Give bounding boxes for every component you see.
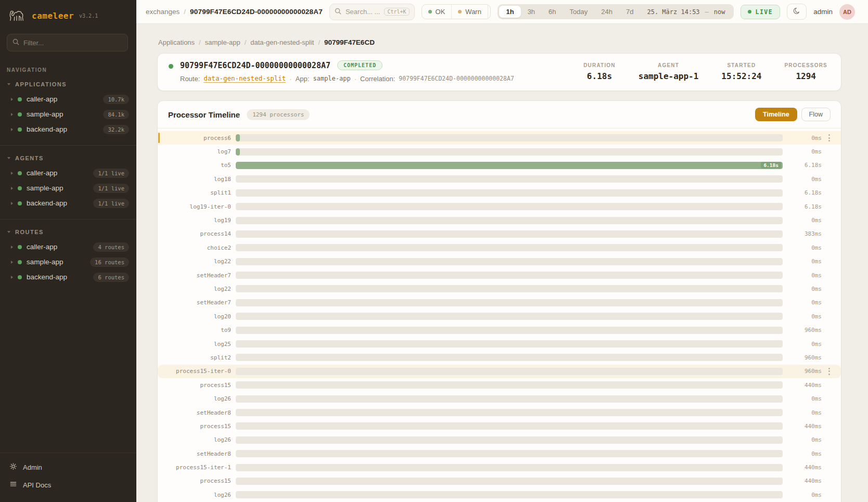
status-filter-ok[interactable]: OK <box>422 5 452 19</box>
timeline-row-to5[interactable]: to56.18s6.18s <box>158 159 841 172</box>
duration-track <box>236 258 783 265</box>
section-header-routes[interactable]: ROUTES <box>0 225 136 239</box>
breadcrumb-link-applications[interactable]: Applications <box>158 38 195 46</box>
section-header-applications[interactable]: APPLICATIONS <box>0 77 136 92</box>
sidebar-item-caller-app[interactable]: caller-app10.7k <box>0 92 136 107</box>
range-button-3h[interactable]: 3h <box>521 6 542 18</box>
timeline-view-button[interactable]: Timeline <box>755 108 797 121</box>
status-filter-error[interactable]: Error <box>488 5 491 19</box>
timeline-row-log19-iter-0[interactable]: log19-iter-06.18s <box>158 200 841 213</box>
range-button-6h[interactable]: 6h <box>542 6 563 18</box>
logo[interactable]: cameleer v3.2.1 <box>0 0 136 29</box>
global-search[interactable]: Search... ... Ctrl+K <box>329 4 415 20</box>
status-filter-label: OK <box>436 8 445 16</box>
timeline-card: Processor Timeline 1294 processors Timel… <box>157 100 841 502</box>
app-value: sample-app <box>313 75 350 82</box>
processor-count-badge: 1294 processors <box>247 109 310 120</box>
sidebar-item-sample-app[interactable]: sample-app1/1 live <box>0 181 136 196</box>
moon-icon <box>793 7 801 17</box>
processor-name: to5 <box>158 162 236 169</box>
range-button-7d[interactable]: 7d <box>619 6 640 18</box>
timeline-row-process14[interactable]: process14383ms <box>158 227 841 241</box>
filter-input[interactable] <box>23 39 122 47</box>
sidebar-item-backend-app[interactable]: backend-app6 routes <box>0 269 136 285</box>
breadcrumb-separator: / <box>318 38 320 46</box>
row-menu-button[interactable] <box>822 368 836 375</box>
timeline-row-to9[interactable]: to9960ms <box>158 323 841 337</box>
duration-track <box>236 327 783 334</box>
sidebar-item-api-docs[interactable]: API Docs <box>0 476 136 494</box>
live-badge[interactable]: LIVE <box>741 5 781 19</box>
timeline-row-log19[interactable]: log190ms <box>158 213 841 227</box>
health-dot-icon <box>18 171 22 175</box>
timeline-row-setHeader8[interactable]: setHeader80ms <box>158 406 841 419</box>
range-button-24h[interactable]: 24h <box>594 6 619 18</box>
processor-name: log18 <box>158 176 236 183</box>
duration-track <box>236 395 783 403</box>
status-filter-warn[interactable]: Warn <box>451 5 488 19</box>
breadcrumb-link-data-gen-nested-split[interactable]: data-gen-nested-split <box>250 38 314 46</box>
flow-view-button[interactable]: Flow <box>801 108 831 121</box>
timeline-row-log7[interactable]: log70ms <box>158 145 841 158</box>
breadcrumb-exchanges[interactable]: exchanges <box>146 8 180 16</box>
status-filter-label: Warn <box>465 8 481 16</box>
duration-track <box>236 230 783 238</box>
row-duration: 0ms <box>789 244 822 251</box>
timeline-row-choice2[interactable]: choice20ms <box>158 241 841 254</box>
breadcrumb-link-sample-app[interactable]: sample-app <box>205 38 240 46</box>
timeline-row-log20[interactable]: log200ms <box>158 310 841 323</box>
timeline-row-setHeader7[interactable]: setHeader70ms <box>158 296 841 310</box>
timeline-row-setHeader7[interactable]: setHeader70ms <box>158 268 841 282</box>
theme-toggle-button[interactable] <box>787 4 807 20</box>
app-version: v3.2.1 <box>79 13 98 19</box>
sidebar-item-backend-app[interactable]: backend-app32.2k <box>0 122 136 137</box>
avatar[interactable]: AD <box>839 4 855 20</box>
duration-track <box>236 203 783 210</box>
timeline-row-log25[interactable]: log250ms <box>158 337 841 351</box>
timeline-row-log26[interactable]: log260ms <box>158 488 841 501</box>
stat-value: 15:52:24 <box>721 71 761 81</box>
sidebar-item-sample-app[interactable]: sample-app16 routes <box>0 254 136 269</box>
timeline-row-process6[interactable]: process60ms <box>158 131 841 145</box>
correlation-value: 90799F47E6CD24D-00000000000028A7 <box>399 75 514 82</box>
range-button-1h[interactable]: 1h <box>499 6 520 18</box>
date-range[interactable]: 25. März 14:53 — now <box>640 8 732 16</box>
section-header-agents[interactable]: AGENTS <box>0 151 136 165</box>
timeline-row-setHeader8[interactable]: setHeader80ms <box>158 447 841 460</box>
processor-name: process15 <box>158 478 236 484</box>
chevron-right-icon <box>11 246 13 249</box>
duration-track <box>236 478 783 485</box>
sidebar-item-backend-app[interactable]: backend-app1/1 live <box>0 196 136 211</box>
row-duration: 960ms <box>789 368 822 375</box>
timeline-row-split2[interactable]: split2960ms <box>158 351 841 364</box>
search-icon <box>335 7 341 17</box>
sidebar-item-admin[interactable]: Admin <box>0 458 136 476</box>
sidebar-item-sample-app[interactable]: sample-app84.1k <box>0 107 136 122</box>
chevron-down-icon <box>7 157 10 159</box>
timeline-row-process15-iter-1[interactable]: process15-iter-1440ms <box>158 460 841 474</box>
timeline-row-log18[interactable]: log180ms <box>158 172 841 186</box>
sidebar-item-caller-app[interactable]: caller-app1/1 live <box>0 165 136 181</box>
timeline-row-log26[interactable]: log260ms <box>158 433 841 447</box>
timeline-row-log22[interactable]: log220ms <box>158 282 841 295</box>
timeline-row-process15-iter-0[interactable]: process15-iter-0960ms <box>158 365 841 378</box>
timeline-row-split1[interactable]: split16.18s <box>158 186 841 200</box>
duration-track <box>236 313 783 320</box>
timeline-row-log26[interactable]: log260ms <box>158 392 841 405</box>
row-duration: 0ms <box>789 217 822 224</box>
timeline-row-process15[interactable]: process15440ms <box>158 474 841 488</box>
route-link[interactable]: data-gen-nested-split <box>203 74 286 83</box>
sidebar-filter[interactable] <box>7 34 128 52</box>
duration-track: 6.18s <box>236 162 783 169</box>
row-duration: 0ms <box>789 272 822 279</box>
timeline-row-process15[interactable]: process15440ms <box>158 378 841 392</box>
app-name: cameleer <box>32 11 74 21</box>
timeline-row-process15[interactable]: process15440ms <box>158 419 841 433</box>
sidebar-item-caller-app[interactable]: caller-app4 routes <box>0 239 136 254</box>
item-name: sample-app <box>27 184 63 192</box>
row-menu-button[interactable] <box>822 134 836 141</box>
range-button-today[interactable]: Today <box>563 6 595 18</box>
row-duration: 440ms <box>789 464 822 471</box>
timeline-row-log22[interactable]: log220ms <box>158 255 841 268</box>
item-name: caller-app <box>27 169 57 177</box>
